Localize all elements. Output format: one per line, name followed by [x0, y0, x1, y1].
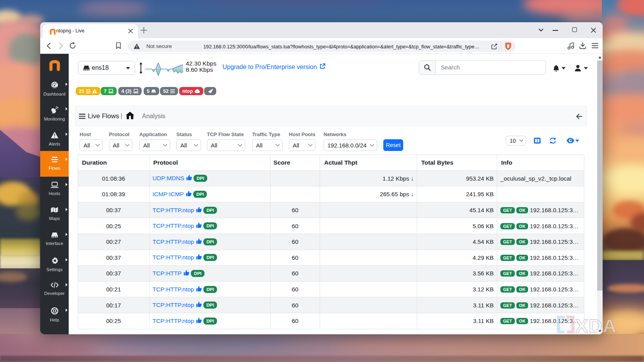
svg-text:XDA: XDA [575, 315, 617, 335]
